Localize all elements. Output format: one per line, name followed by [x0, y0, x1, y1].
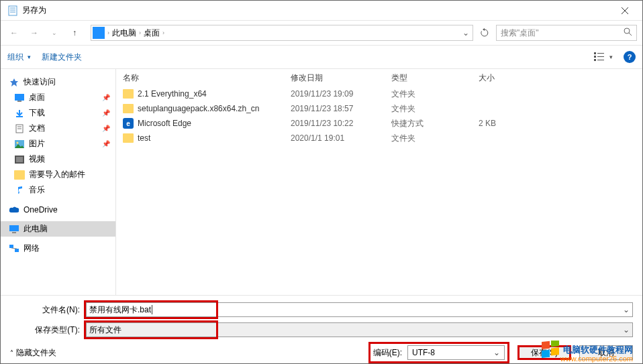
folder-icon — [123, 133, 134, 143]
chevron-right-icon: › — [139, 29, 141, 36]
notepad-icon — [7, 5, 18, 16]
help-button[interactable]: ? — [624, 51, 636, 63]
back-button[interactable]: ← — [6, 25, 22, 41]
sidebar: 快速访问 桌面📌 下载📌 文档📌 图片📌 视频 需要导入的邮件 音乐 OneDr… — [1, 69, 116, 295]
file-row[interactable]: test2020/1/1 19:01文件夹 — [116, 131, 642, 145]
filename-input[interactable]: 禁用有线网卡.bat — [86, 302, 216, 317]
organize-button[interactable]: 组织 — [7, 52, 23, 63]
refresh-button[interactable] — [477, 25, 492, 40]
music-icon — [14, 185, 25, 196]
svg-rect-8 — [594, 52, 596, 54]
svg-line-7 — [629, 33, 632, 36]
file-size: 2 KB — [479, 119, 532, 128]
sidebar-network[interactable]: 网络 — [1, 241, 115, 256]
chevron-right-icon: › — [162, 29, 164, 36]
drive-icon — [93, 27, 105, 39]
col-size[interactable]: 大小 — [479, 72, 532, 84]
svg-rect-9 — [594, 56, 596, 58]
file-modified: 2020/1/1 19:01 — [291, 133, 391, 143]
filename-input-ext[interactable]: ⌄ — [218, 302, 633, 317]
file-type: 快捷方式 — [391, 118, 479, 129]
sidebar-importmail[interactable]: 需要导入的邮件 — [1, 167, 115, 182]
sidebar-music[interactable]: 音乐 — [1, 182, 115, 198]
column-headers: 名称 修改日期 类型 大小 — [116, 69, 642, 86]
up-button[interactable]: ↑ — [66, 25, 83, 41]
encoding-combo[interactable]: UTF-8 ⌄ — [407, 345, 505, 360]
hide-folders-toggle[interactable]: ˄ 隐藏文件夹 — [10, 347, 56, 359]
svg-rect-28 — [15, 249, 19, 252]
filename-highlight: 禁用有线网卡.bat — [84, 300, 218, 319]
chevron-down-icon[interactable]: ⌄ — [623, 325, 630, 335]
picture-icon — [14, 139, 25, 149]
file-name: test — [138, 133, 150, 143]
file-row[interactable]: eMicrosoft Edge2019/11/23 10:22快捷方式2 KB — [116, 116, 642, 131]
col-type[interactable]: 类型 — [391, 72, 479, 84]
svg-rect-15 — [15, 94, 24, 101]
sidebar-desktop[interactable]: 桌面📌 — [1, 90, 115, 105]
cancel-button[interactable]: 取消 — [579, 345, 633, 360]
svg-rect-0 — [9, 6, 17, 15]
filetype-highlight: 所有文件 — [84, 320, 218, 339]
star-icon — [9, 77, 19, 88]
refresh-icon — [480, 28, 489, 38]
breadcrumb[interactable]: › 此电脑 › 桌面 › ⌄ — [91, 25, 473, 41]
new-folder-button[interactable]: 新建文件夹 — [42, 52, 82, 63]
filename-label: 文件名(N): — [10, 304, 84, 316]
sidebar-videos[interactable]: 视频 — [1, 151, 115, 167]
chevron-down-icon[interactable]: ⌄ — [493, 348, 500, 357]
search-placeholder: 搜索"桌面" — [501, 27, 539, 39]
col-name[interactable]: 名称 — [123, 72, 291, 84]
close-button[interactable] — [610, 1, 640, 21]
file-type: 文件夹 — [391, 88, 479, 100]
forward-button[interactable]: → — [26, 25, 42, 41]
svg-rect-16 — [17, 101, 21, 102]
breadcrumb-seg-desktop[interactable]: 桌面 — [144, 27, 160, 39]
sidebar-documents[interactable]: 文档📌 — [1, 121, 115, 136]
search-icon — [624, 27, 632, 38]
breadcrumb-seg-thispc[interactable]: 此电脑 — [112, 27, 136, 39]
svg-point-22 — [17, 141, 19, 143]
svg-rect-24 — [16, 157, 23, 162]
sidebar-thispc[interactable]: 此电脑 — [1, 221, 115, 237]
svg-rect-11 — [597, 53, 604, 54]
svg-line-29 — [11, 248, 17, 249]
folder-icon — [123, 104, 134, 113]
file-modified: 2019/11/23 18:57 — [291, 104, 391, 113]
save-button[interactable]: 保存(S) — [517, 345, 571, 360]
file-row[interactable]: 2.1 Everything_x642019/11/23 19:09文件夹 — [116, 86, 642, 101]
encoding-highlight: 编码(E): UTF-8 ⌄ — [368, 342, 509, 363]
sidebar-quick-access[interactable]: 快速访问 — [1, 74, 115, 90]
filetype-combo[interactable]: 所有文件 — [86, 322, 216, 337]
breadcrumb-dropdown[interactable]: ⌄ — [460, 28, 471, 38]
body: 快速访问 桌面📌 下载📌 文档📌 图片📌 视频 需要导入的邮件 音乐 OneDr… — [1, 69, 642, 295]
computer-icon — [9, 224, 19, 235]
filetype-label: 保存类型(T): — [10, 324, 84, 336]
document-icon — [14, 123, 25, 134]
file-modified: 2019/11/23 19:09 — [291, 89, 391, 99]
chevron-down-icon[interactable]: ⌄ — [623, 305, 630, 314]
download-icon — [14, 108, 25, 119]
view-dropdown-icon[interactable]: ▾ — [609, 54, 613, 60]
search-input[interactable]: 搜索"桌面" — [496, 25, 637, 41]
close-icon — [621, 7, 629, 15]
pin-icon: 📌 — [102, 140, 110, 147]
sidebar-pictures[interactable]: 图片📌 — [1, 136, 115, 151]
sidebar-downloads[interactable]: 下载📌 — [1, 105, 115, 121]
col-modified[interactable]: 修改日期 — [291, 72, 391, 84]
sidebar-onedrive[interactable]: OneDrive — [1, 202, 115, 217]
address-bar: ← → ⌄ ↑ › 此电脑 › 桌面 › ⌄ 搜索"桌面" — [1, 21, 642, 45]
save-form: 文件名(N): 禁用有线网卡.bat ⌄ 保存类型(T): 所有文件 ⌄ ˄ 隐… — [1, 295, 642, 364]
view-icon — [594, 52, 605, 62]
organize-dropdown-icon[interactable]: ▾ — [28, 54, 31, 60]
svg-rect-13 — [597, 60, 604, 60]
network-icon — [9, 243, 19, 254]
file-type: 文件夹 — [391, 133, 479, 144]
chevron-up-icon: ˄ — [10, 349, 13, 357]
window-title: 另存为 — [22, 5, 610, 16]
view-button[interactable] — [593, 51, 605, 63]
file-row[interactable]: setuplanguagepack.x86x64.zh_cn2019/11/23… — [116, 101, 642, 116]
pin-icon: 📌 — [102, 125, 110, 132]
recent-dropdown[interactable]: ⌄ — [46, 25, 62, 41]
encoding-label: 编码(E): — [373, 347, 402, 359]
filetype-combo-ext[interactable]: ⌄ — [218, 322, 633, 337]
